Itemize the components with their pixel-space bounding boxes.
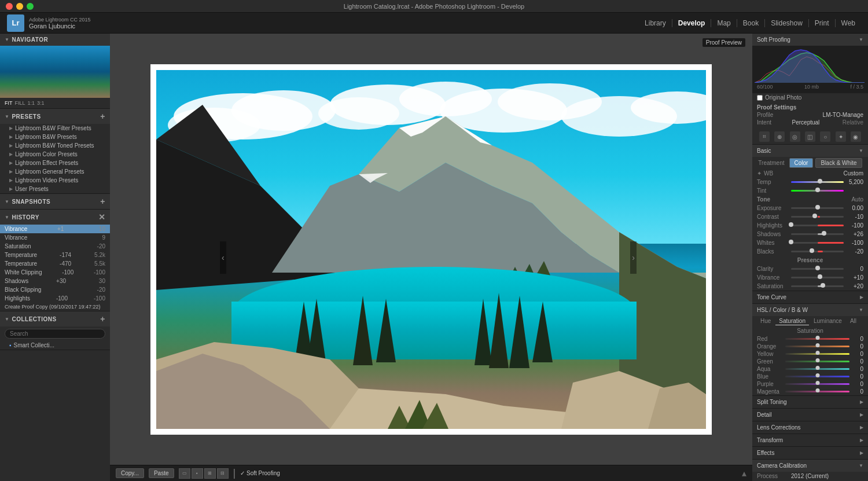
gradient-tool[interactable]: ◫ bbox=[805, 131, 815, 142]
left-collapse-arrow[interactable]: ‹ bbox=[220, 241, 226, 274]
preset-user[interactable]: ▶User Presets bbox=[0, 185, 110, 193]
tint-slider[interactable] bbox=[791, 190, 844, 192]
sat-purple-slider[interactable] bbox=[785, 383, 849, 385]
split-toning-section[interactable]: Split Toning ▶ bbox=[752, 396, 868, 409]
right-collapse-arrow[interactable]: › bbox=[630, 241, 637, 274]
history-item-2[interactable]: Saturation -20 bbox=[0, 242, 110, 251]
sat-magenta-slider[interactable] bbox=[785, 391, 849, 392]
lens-corrections-section[interactable]: Lens Corrections ▶ bbox=[752, 421, 868, 434]
close-button[interactable] bbox=[6, 3, 13, 10]
nav-book[interactable]: Book bbox=[737, 19, 765, 27]
presets-header[interactable]: ▼ Presets + bbox=[0, 109, 110, 124]
soft-proofing-header[interactable]: Soft Proofing ▼ bbox=[752, 34, 868, 46]
sat-blue-slider[interactable] bbox=[785, 376, 849, 377]
window-controls[interactable] bbox=[6, 3, 34, 10]
blacks-slider[interactable] bbox=[791, 251, 844, 252]
contrast-thumb[interactable] bbox=[812, 214, 817, 218]
copy-button[interactable]: Copy... bbox=[116, 468, 144, 478]
sat-green-slider[interactable] bbox=[785, 361, 849, 362]
adjustment-tool[interactable]: ✦ bbox=[836, 131, 846, 142]
history-item-3[interactable]: Temperature -174 5.2k bbox=[0, 251, 110, 259]
history-item-6[interactable]: Shadows +30 30 bbox=[0, 277, 110, 285]
history-item-9[interactable]: Create Proof Copy (09/10/2017 19:47:22) bbox=[0, 303, 110, 311]
preset-color[interactable]: ▶Lightroom Color Presets bbox=[0, 150, 110, 159]
zoom-1-1[interactable]: 1:1 bbox=[28, 100, 35, 106]
effects-section[interactable]: Effects ▶ bbox=[752, 447, 868, 460]
radial-tool[interactable]: ○ bbox=[820, 131, 830, 142]
navigator-header[interactable]: ▼ Navigator bbox=[0, 34, 110, 46]
tone-curve-section[interactable]: Tone Curve ▶ bbox=[752, 291, 868, 304]
nav-map[interactable]: Map bbox=[711, 19, 737, 27]
hsl-tab-saturation[interactable]: Saturation bbox=[775, 317, 809, 325]
zoom-fit[interactable]: FIT bbox=[5, 100, 13, 106]
saturation-thumb[interactable] bbox=[821, 283, 825, 288]
clarity-slider[interactable] bbox=[791, 268, 844, 270]
history-item-5[interactable]: White Clipping -100 -100 bbox=[0, 268, 110, 277]
history-item-4[interactable]: Temperature -470 5.5k bbox=[0, 259, 110, 268]
view-compare[interactable]: ▪ bbox=[192, 468, 203, 479]
filmstrip-toggle[interactable]: ▴ bbox=[742, 468, 746, 479]
basic-header[interactable]: Basic ▼ bbox=[752, 145, 868, 157]
saturation-slider[interactable] bbox=[791, 285, 844, 287]
vibrance-thumb[interactable] bbox=[818, 274, 822, 279]
shadows-slider[interactable] bbox=[791, 233, 844, 235]
redeye-tool[interactable]: ◎ bbox=[790, 131, 800, 142]
soft-proofing-toggle[interactable]: ✓ Soft Proofing bbox=[240, 470, 280, 476]
eyedropper-icon[interactable]: ✦ bbox=[757, 170, 762, 177]
view-before-after[interactable]: ⊟ bbox=[217, 468, 229, 479]
highlights-slider[interactable] bbox=[791, 225, 844, 226]
preset-general[interactable]: ▶Lightroom General Presets bbox=[0, 167, 110, 176]
sat-green-thumb[interactable] bbox=[815, 358, 819, 362]
sat-aqua-slider[interactable] bbox=[785, 368, 849, 370]
nav-develop[interactable]: Develop bbox=[672, 19, 712, 27]
sat-red-slider[interactable] bbox=[785, 338, 849, 340]
view-survey[interactable]: ⊞ bbox=[204, 468, 216, 479]
whites-thumb[interactable] bbox=[789, 240, 793, 244]
original-photo-checkbox[interactable] bbox=[757, 95, 763, 101]
color-treatment-btn[interactable]: Color bbox=[789, 158, 814, 168]
sat-blue-thumb[interactable] bbox=[815, 373, 819, 377]
hsl-tab-hue[interactable]: Hue bbox=[757, 317, 774, 325]
vibrance-slider[interactable] bbox=[791, 277, 844, 278]
blacks-thumb[interactable] bbox=[810, 248, 814, 253]
preset-bw-filter[interactable]: ▶Lightroom B&W Filter Presets bbox=[0, 124, 110, 133]
hsl-header[interactable]: HSL / Color / B & W ▼ bbox=[752, 304, 868, 316]
nav-library[interactable]: Library bbox=[639, 19, 672, 27]
presets-add[interactable]: + bbox=[100, 112, 105, 121]
clarity-thumb[interactable] bbox=[815, 266, 820, 270]
sat-purple-thumb[interactable] bbox=[815, 381, 819, 385]
paste-button[interactable]: Paste bbox=[149, 468, 174, 478]
hsl-tool[interactable]: ◉ bbox=[851, 131, 861, 142]
history-clear[interactable]: ✕ bbox=[98, 212, 106, 222]
collection-smart[interactable]: ▪ Smart Collecti... bbox=[0, 341, 110, 350]
history-item-8[interactable]: Highlights -100 -100 bbox=[0, 294, 110, 303]
auto-button[interactable]: Auto bbox=[851, 196, 863, 203]
collections-add[interactable]: + bbox=[100, 314, 105, 324]
preset-bw-toned[interactable]: ▶Lightroom B&W Toned Presets bbox=[0, 141, 110, 150]
snapshots-header[interactable]: ▼ Snapshots + bbox=[0, 194, 110, 209]
camera-calibration-header[interactable]: Camera Calibration ▼ bbox=[752, 460, 868, 472]
maximize-button[interactable] bbox=[27, 3, 34, 10]
sat-red-thumb[interactable] bbox=[815, 336, 819, 340]
whites-slider[interactable] bbox=[791, 242, 844, 244]
shadows-thumb[interactable] bbox=[822, 231, 826, 236]
sat-magenta-thumb[interactable] bbox=[815, 388, 819, 392]
nav-web[interactable]: Web bbox=[836, 19, 861, 27]
hsl-tab-luminance[interactable]: Luminance bbox=[810, 317, 845, 325]
temp-thumb[interactable] bbox=[818, 179, 822, 183]
detail-section[interactable]: Detail ▶ bbox=[752, 409, 868, 421]
zoom-fill[interactable]: FILL bbox=[15, 100, 25, 106]
tint-thumb[interactable] bbox=[815, 188, 820, 192]
exposure-thumb[interactable] bbox=[815, 205, 820, 210]
transform-section[interactable]: Transform ▶ bbox=[752, 434, 868, 447]
collections-header[interactable]: ▼ Collections + bbox=[0, 311, 110, 326]
hsl-tab-all[interactable]: All bbox=[847, 317, 860, 325]
history-item-0[interactable]: Vibrance +1 10 bbox=[0, 225, 110, 233]
nav-print[interactable]: Print bbox=[809, 19, 836, 27]
view-single[interactable]: ▭ bbox=[179, 468, 190, 479]
nav-slideshow[interactable]: Slideshow bbox=[765, 19, 809, 27]
history-item-1[interactable]: Vibrance 9 bbox=[0, 233, 110, 242]
crop-tool[interactable]: ⌗ bbox=[759, 131, 770, 142]
zoom-3-1[interactable]: 3:1 bbox=[37, 100, 45, 106]
sat-yellow-slider[interactable] bbox=[785, 353, 849, 355]
